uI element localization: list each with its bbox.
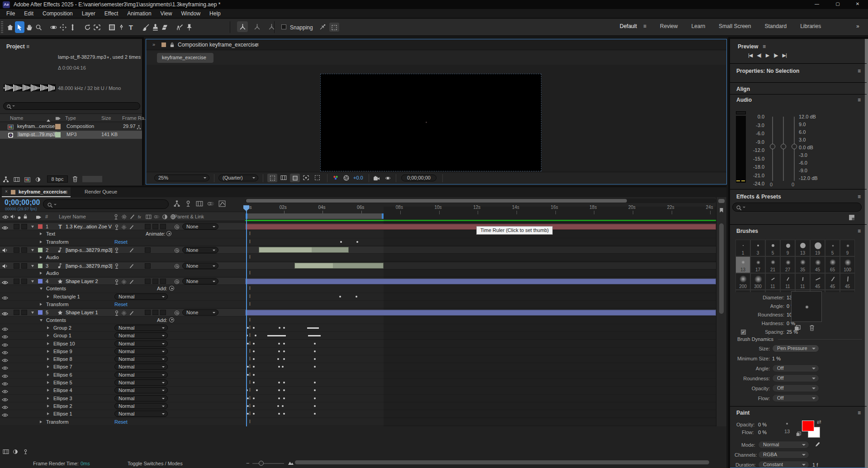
- brush-swatch[interactable]: 17: [750, 256, 765, 273]
- shy-switch-icon[interactable]: [114, 263, 119, 269]
- brush-swatch[interactable]: 3: [750, 240, 765, 256]
- shy-switch-icon[interactable]: [114, 247, 119, 254]
- switch-box[interactable]: [152, 279, 158, 284]
- property-name[interactable]: Ellipse 10: [53, 341, 75, 346]
- keyframe-dot[interactable]: [247, 374, 249, 376]
- lock-box[interactable]: [21, 310, 27, 315]
- composition-panel-menu-icon[interactable]: ≡: [256, 42, 259, 48]
- minimize-button[interactable]: —: [808, 1, 826, 6]
- shy-switch-icon[interactable]: [114, 310, 119, 316]
- keyframe-dot[interactable]: [340, 241, 342, 243]
- keyframe-dot[interactable]: [247, 397, 249, 399]
- project-flowchart-icon[interactable]: [3, 176, 9, 183]
- playhead-line[interactable]: [246, 207, 247, 426]
- switch-box[interactable]: [152, 224, 158, 229]
- comp-marker-bin-icon[interactable]: [719, 207, 724, 213]
- preview-panel-menu-icon[interactable]: ≡: [763, 43, 766, 50]
- layer-label-chip[interactable]: [38, 224, 43, 229]
- keyframe-dot[interactable]: [283, 382, 285, 383]
- home-tool[interactable]: [5, 21, 15, 33]
- workspace-small-screen[interactable]: Small Screen: [719, 23, 751, 29]
- menu-effect[interactable]: Effect: [100, 9, 123, 18]
- timeline-tab-active[interactable]: × keyframe_excercise ≡: [2, 187, 71, 197]
- work-area-bar[interactable]: [246, 213, 384, 219]
- solo-box[interactable]: [14, 279, 19, 284]
- keyframe-dot[interactable]: [247, 405, 249, 407]
- transparency-grid-icon[interactable]: [280, 175, 287, 181]
- menu-help[interactable]: Help: [205, 9, 225, 18]
- property-name[interactable]: Rectangle 1: [53, 294, 80, 299]
- property-name[interactable]: Transform: [46, 419, 69, 425]
- collapse-caret-icon[interactable]: [47, 342, 49, 345]
- world-axis-mode-icon[interactable]: [251, 21, 262, 32]
- show-snapshot-icon[interactable]: [385, 175, 391, 181]
- solo-box[interactable]: [14, 247, 19, 253]
- keyframe-dot[interactable]: [253, 366, 255, 368]
- timeline-zoom-track[interactable]: [252, 463, 284, 464]
- new-composition-icon[interactable]: [24, 176, 30, 182]
- dynamics-value[interactable]: 1 %: [772, 356, 781, 361]
- slash-switch-icon[interactable]: [129, 224, 134, 230]
- layer-name[interactable]: Shape Layer 1: [66, 310, 98, 315]
- blend-mode-dropdown[interactable]: Normal: [114, 403, 168, 409]
- audio-slider-knob[interactable]: [792, 144, 797, 149]
- visibility-eye-icon[interactable]: [2, 326, 8, 331]
- switch-box[interactable]: [160, 310, 166, 315]
- keyframe-dot[interactable]: [278, 389, 280, 391]
- blend-mode-dropdown[interactable]: Normal: [114, 411, 168, 417]
- brush-swatch[interactable]: 19: [810, 240, 825, 256]
- dynamics-dropdown-opacity[interactable]: Off: [772, 384, 819, 392]
- foreground-color-swatch[interactable]: [802, 421, 814, 431]
- visibility-eye-icon[interactable]: [2, 373, 8, 378]
- toggle-layer-switches-icon[interactable]: [3, 449, 9, 454]
- visibility-eye-icon[interactable]: [2, 388, 8, 394]
- eyedropper-icon[interactable]: [814, 441, 820, 448]
- toggle-switches-modes-button[interactable]: Toggle Switches / Modes: [128, 461, 183, 466]
- properties-panel-menu-icon[interactable]: ≡: [858, 68, 861, 74]
- collapse-caret-icon[interactable]: [47, 381, 49, 384]
- collapse-caret-icon[interactable]: [40, 421, 42, 423]
- parent-dropdown[interactable]: None: [182, 247, 218, 253]
- blend-mode-dropdown[interactable]: Normal: [114, 348, 168, 355]
- workspace-standard[interactable]: Standard: [764, 23, 787, 29]
- layer-label-chip[interactable]: [38, 264, 43, 268]
- lock-box[interactable]: [21, 224, 27, 229]
- blend-mode-dropdown[interactable]: Normal: [114, 293, 168, 300]
- keyframe-dot[interactable]: [283, 397, 285, 399]
- snap-marquee-icon[interactable]: [329, 23, 339, 32]
- audio-speaker-icon[interactable]: [2, 263, 8, 269]
- solo-box[interactable]: [14, 310, 19, 315]
- brush-swatch[interactable]: 45: [810, 273, 825, 290]
- render-queue-tab[interactable]: Render Queue: [85, 189, 117, 194]
- keyframe-dot[interactable]: [277, 405, 279, 407]
- brush-swatch[interactable]: 9: [840, 240, 855, 256]
- audio-speaker-icon[interactable]: [2, 247, 8, 254]
- property-name[interactable]: Ellipse 6: [53, 372, 72, 378]
- expand-caret-icon[interactable]: [31, 312, 34, 314]
- timeline-tab-menu-icon[interactable]: ≡: [64, 189, 67, 195]
- property-name[interactable]: Ellipse 3: [53, 396, 72, 401]
- keyframe-dot[interactable]: [253, 413, 255, 415]
- keyframe-dot[interactable]: [314, 358, 316, 360]
- keyframe-dot[interactable]: [247, 327, 249, 329]
- delete-icon[interactable]: [72, 176, 78, 182]
- snapshot-icon[interactable]: [373, 175, 380, 181]
- layer-name[interactable]: Shape Layer 2: [66, 279, 98, 284]
- lock-box[interactable]: [21, 247, 27, 253]
- property-name[interactable]: Ellipse 8: [53, 356, 72, 362]
- collapse-caret-icon[interactable]: [47, 295, 49, 298]
- keyframe-dot[interactable]: [255, 335, 256, 336]
- snapping-checkbox[interactable]: [281, 24, 286, 29]
- parent-dropdown[interactable]: None: [182, 223, 218, 230]
- magnification-dropdown[interactable]: 25%: [154, 175, 209, 181]
- keyframe-dot[interactable]: [314, 413, 316, 415]
- brush-swatch[interactable]: 13: [795, 240, 810, 256]
- paint-opacity-value[interactable]: 0 %: [758, 422, 767, 427]
- switch-box[interactable]: [145, 263, 151, 269]
- menu-edit[interactable]: Edit: [19, 9, 38, 18]
- visibility-eye-icon[interactable]: [2, 279, 8, 285]
- property-name[interactable]: Transform: [46, 239, 69, 245]
- brush-swatch[interactable]: 9: [780, 240, 795, 256]
- column-header-name[interactable]: Name: [10, 115, 23, 121]
- property-name[interactable]: Group 2: [53, 325, 71, 331]
